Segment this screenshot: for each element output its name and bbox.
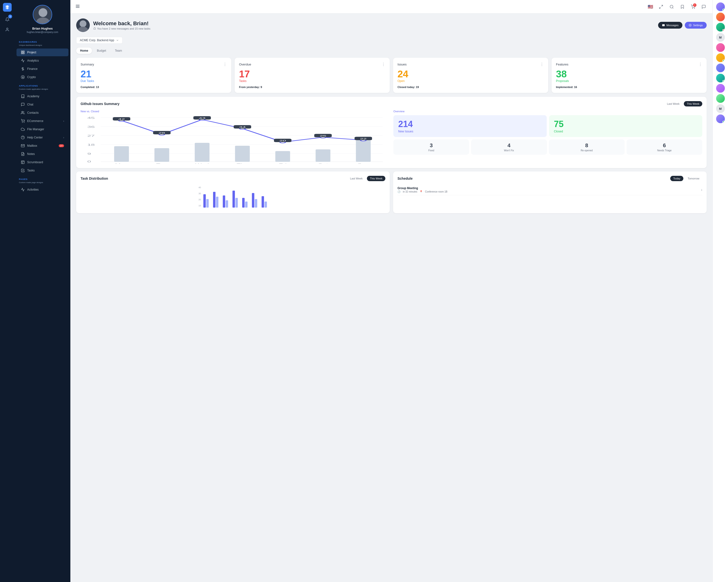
menu-toggle[interactable] [75,4,80,10]
fullscreen-icon [659,5,663,9]
sidebar-item-ecommerce[interactable]: ECommerce › [17,117,69,125]
schedule-time-icon: 🕐 [397,190,400,193]
sidebar-item-filemanager[interactable]: File Manager [17,126,69,133]
pages-section-sub: Custom made page designs [15,182,70,186]
sidebar-item-activities[interactable]: Activities [17,186,69,194]
svg-rect-16 [21,161,24,164]
card-issues-menu[interactable]: ⋮ [540,62,544,67]
sidebar-item-label: Analytics [27,59,39,62]
triage-label: Needs Triage [629,149,699,152]
bell-small-icon [93,27,96,30]
svg-text:22: 22 [360,138,367,140]
card-features-label: Proposals [556,79,702,83]
github-last-week-btn[interactable]: Last Week [664,101,682,107]
bookmark-btn[interactable] [678,3,686,11]
schedule-chevron[interactable]: › [701,188,702,192]
svg-rect-82 [203,194,206,207]
svg-rect-93 [255,199,257,207]
sidebar-item-tasks[interactable]: Tasks [17,167,69,174]
github-this-week-btn[interactable]: This Week [684,101,702,107]
applications-section-sub: Custom made application designs [15,88,70,92]
right-avatar-3[interactable] [716,23,725,31]
notifications-btn[interactable]: 3 [3,15,11,24]
sidebar-item-notes[interactable]: Notes [17,150,69,158]
sidebar-item-academy[interactable]: Academy [17,92,69,100]
sidebar-item-mailbox[interactable]: Mailbox 27 [17,142,69,149]
bottom-two-col: Task Distribution Last Week This Week 40… [76,171,707,213]
sidebar-item-analytics[interactable]: Analytics [17,57,69,64]
tab-budget[interactable]: Budget [93,48,110,54]
app-logo[interactable] [3,3,11,11]
schedule-today-btn[interactable]: Today [670,176,683,181]
schedule-section: Schedule Today Tomorrow Group Meeting 🕐 … [393,171,707,213]
welcome-text-block: Welcome back, Brian! You have 2 new mess… [93,20,151,30]
search-btn[interactable] [668,3,676,11]
right-avatar-4[interactable]: M [716,33,725,42]
sidebar-user-name: Brian Hughes [32,27,53,30]
right-avatar-1[interactable] [716,2,725,11]
right-avatar-9[interactable] [716,84,725,93]
sidebar-item-helpcenter[interactable]: Help Center › [17,134,69,141]
right-avatar-10[interactable] [716,94,725,103]
svg-text:18: 18 [87,144,95,146]
sidebar-item-contacts[interactable]: Contacts [17,109,69,117]
svg-rect-87 [226,200,228,207]
schedule-tomorrow-btn[interactable]: Tomorrow [685,176,702,181]
svg-rect-46 [235,146,250,162]
project-selector[interactable]: ACME Corp. Backend App [76,37,123,44]
right-avatar-7[interactable] [716,63,725,72]
right-avatar-8[interactable] [716,74,725,82]
pages-section-label: PAGES [15,175,70,182]
schedule-header: Schedule Today Tomorrow [397,176,702,181]
sidebar-item-chat[interactable]: Chat [17,101,69,108]
tabs-bar: Home Budget Team [76,48,707,54]
overview-triage: 6 Needs Triage [627,139,702,155]
settings-button[interactable]: Settings [685,22,707,29]
users-icon [21,111,25,115]
welcome-header: Welcome back, Brian! You have 2 new mess… [76,19,707,32]
cart-icon [21,119,25,123]
helpcenter-chevron: › [63,136,64,139]
coin-icon [21,75,25,79]
card-features-menu[interactable]: ⋮ [698,62,702,67]
sidebar-item-finance[interactable]: Finance [17,65,69,73]
github-toggle-group: Last Week This Week [664,101,702,107]
sidebar-item-crypto[interactable]: Crypto [17,73,69,81]
note-icon [21,152,25,156]
sidebar-item-scrumboard[interactable]: Scrumboard [17,158,69,166]
card-issues-label: Open [397,79,544,83]
card-features-number: 38 [556,69,702,79]
right-avatar-6[interactable] [716,53,725,62]
right-avatar-5[interactable] [716,43,725,52]
right-avatar-12[interactable] [716,114,725,123]
task-this-week-btn[interactable]: This Week [367,176,385,181]
card-summary-menu[interactable]: ⋮ [223,62,227,67]
sidebar-item-project[interactable]: Project [17,49,69,56]
flag-icon-btn[interactable]: 🇺🇸 [647,3,654,11]
card-overdue-label: Tasks [239,79,385,83]
tab-team[interactable]: Team [111,48,126,54]
cart-btn[interactable]: 5 [689,3,697,11]
profile-btn[interactable] [3,25,11,34]
task-last-week-btn[interactable]: Last Week [347,176,365,181]
right-avatar-11[interactable]: M [716,104,725,113]
right-avatar-2[interactable] [716,12,725,21]
card-overdue-number: 17 [239,69,385,79]
svg-text:42: 42 [118,118,125,120]
closed-label: Closed [554,130,698,133]
fullscreen-btn[interactable] [657,3,665,11]
messages-button[interactable]: Messages [658,22,682,29]
svg-rect-6 [21,53,23,54]
messages-btn-label: Messages [666,24,678,27]
chart-icon [21,59,25,62]
sidebar-item-label: Tasks [27,169,35,172]
svg-point-30 [690,25,691,26]
project-selector-label: ACME Corp. Backend App [80,38,114,42]
logo-icon [5,5,10,10]
messages-topbar-btn[interactable] [700,3,708,11]
card-overdue-menu[interactable]: ⋮ [382,62,385,67]
svg-rect-4 [23,51,24,52]
gear-icon [689,24,692,27]
tab-home[interactable]: Home [76,48,92,54]
overview-label: Overview [393,110,702,113]
